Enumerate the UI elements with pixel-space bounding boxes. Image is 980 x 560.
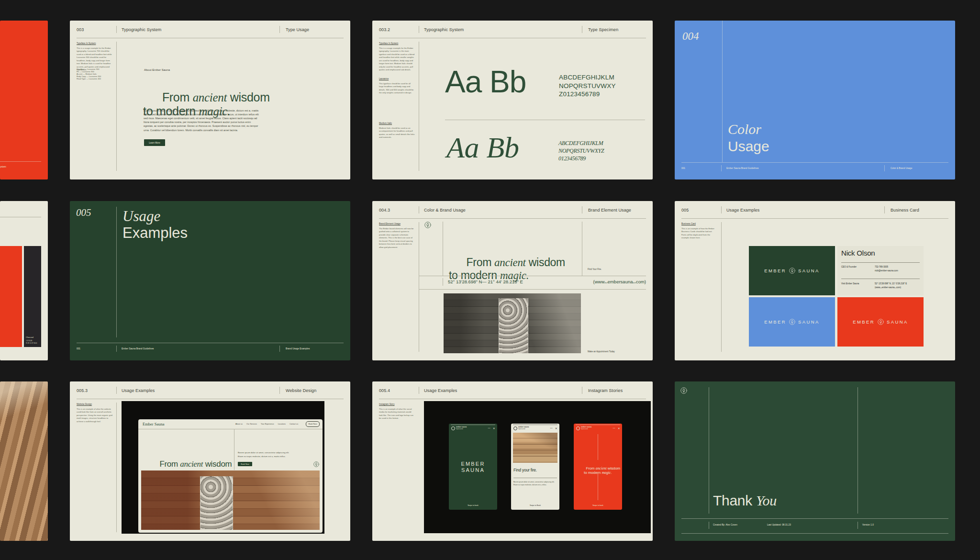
- tagline: Find Your Fire.: [588, 268, 601, 270]
- business-card-front: Nick Olson CEO & Founder 732-789-3005 ni…: [837, 246, 924, 295]
- story-progress-bar: [451, 425, 495, 425]
- slide-005-business-card[interactable]: 005 Usage Examples Business Card Busines…: [675, 201, 955, 360]
- sponsored-label: Sponsored: [518, 428, 529, 430]
- sidebar-note-title: Typeface In System: [379, 42, 415, 45]
- content-divider: [116, 207, 117, 337]
- section-title-italic: Color: [728, 121, 761, 137]
- card-role: CEO & Founder: [841, 266, 857, 268]
- header-rule: [77, 38, 344, 38]
- section-label: Typographic System: [419, 27, 582, 32]
- sidebar-note-body: The Ember brand elements will now be gra…: [379, 227, 413, 248]
- business-card-green: EMBER SAUNA: [749, 246, 835, 295]
- section-title: Usage: [728, 138, 769, 155]
- sidebar-note-title: Website Design: [77, 403, 113, 406]
- brand-logo-lockup: EMBER SAUNA: [749, 246, 835, 295]
- page-label: Brand Element Usage: [582, 208, 646, 213]
- site-nav: About us Our Services Your Experience Lo…: [235, 423, 298, 425]
- more-icon: •••: [550, 427, 553, 429]
- rule: [419, 276, 646, 276]
- content-divider: [116, 42, 117, 171]
- sidebar-note-body: This is a usage example for the Ember ty…: [77, 47, 112, 71]
- story-top-bar: ember saunaSponsored ••• ✕: [576, 426, 620, 430]
- slide-typographic-partial[interactable]: ystem: [0, 21, 48, 179]
- slide-footer: 001 Ember Sauna Brand Guidelines Color &…: [681, 165, 948, 171]
- credit-label: Created By: Alex Coven: [713, 524, 737, 526]
- site-book-now-button: Book Now: [238, 462, 252, 466]
- story-body: Borem ipsum dolor sit amet, consectetur …: [513, 481, 556, 486]
- card-name: Nick Olson: [841, 249, 875, 257]
- slide-005-4-instagram-stories[interactable]: 005.4 Usage Examples Instagram Stories I…: [372, 381, 653, 541]
- slide-header: 005.4 Usage Examples Instagram Stories: [379, 387, 646, 394]
- card-visit-label: Visit Ember Sauna: [841, 282, 859, 285]
- business-card-blue: EMBER SAUNA: [749, 297, 835, 347]
- rule: [419, 289, 646, 290]
- sidebar-note-body: This is an example of how the Ember Busi…: [681, 227, 714, 239]
- header-rule: [77, 399, 344, 399]
- brand-logo-lockup: EMBER SAUNA: [837, 297, 924, 347]
- story-progress-bar: [513, 425, 557, 425]
- slide-003-2-type-specimen[interactable]: 003.2 Typographic System Type Specimen T…: [372, 21, 653, 179]
- footer-page: 001: [681, 167, 721, 169]
- sponsored-label: Sponsored: [456, 428, 467, 430]
- section-label: Usage Examples: [722, 208, 884, 213]
- story-divider: [598, 434, 598, 460]
- sidebar-note-title: Typeface In System: [77, 42, 113, 45]
- more-icon: •••: [613, 427, 615, 429]
- sidebar-note-body: This typeface should be used for all lar…: [379, 82, 413, 94]
- swipe-label: Swipe to book: [574, 504, 622, 506]
- type-spec-list: Headline — Lausanne 300 H1 — Lausanne 30…: [77, 68, 115, 80]
- swatch-rgb: R:39 G:37 B:40: [26, 342, 37, 344]
- card-phone: 732-789-3005: [875, 266, 888, 268]
- slide-wood-photo-partial[interactable]: [0, 381, 48, 541]
- slide-number: 003.2: [379, 27, 419, 32]
- site-book-now-pill: Book Now: [306, 421, 320, 427]
- slide-header: 003 Typographic System Type Usage: [77, 26, 344, 33]
- story-logo-text: EMBER SAUNA: [449, 461, 497, 473]
- thank-you-title: Thank You: [713, 493, 777, 509]
- serif-specimen: Aa Bb: [446, 133, 519, 162]
- avatar: [451, 426, 455, 430]
- content-divider: [709, 387, 709, 514]
- footer-rule: [681, 518, 948, 519]
- business-card-red: EMBER SAUNA: [837, 297, 924, 347]
- site-nav-rule: [138, 429, 323, 429]
- avatar: [513, 426, 517, 430]
- story-progress-bar: [576, 425, 620, 425]
- story-photo: [513, 433, 557, 463]
- story-divider: [598, 473, 598, 500]
- site-hero-divider: [234, 429, 234, 470]
- version-label: Version 1.0: [862, 524, 874, 526]
- slide-004-color-usage[interactable]: 004 Color Usage 001 Ember Sauna Brand Gu…: [675, 21, 955, 179]
- slide-004-3-brand-element-usage[interactable]: 004.3 Color & Brand Usage Brand Element …: [372, 201, 653, 360]
- slide-003-type-usage[interactable]: 003 Typographic System Type Usage Typefa…: [70, 21, 350, 179]
- page-label: Type Specimen: [582, 27, 646, 32]
- stone-column: [499, 298, 528, 353]
- sidebar-note: Brand Element Usage The Ember brand elem…: [379, 222, 415, 249]
- swatch-charcoal: Charcoal #272528 R:39 G:37 B:40: [24, 246, 41, 347]
- card-url: (wwwdotember-saunadotcom): [875, 286, 901, 289]
- website-mockup: Ember Sauna About us Our Services Your E…: [138, 419, 323, 533]
- page-label: Business Card: [885, 208, 948, 213]
- sidebar-note: Lausanne This typeface should be used fo…: [379, 77, 415, 95]
- site-logo: Ember Sauna: [143, 422, 165, 426]
- brand-url: (wwwdotembersaunadotcom): [593, 279, 646, 284]
- sidebar-note-title: Lausanne: [379, 77, 415, 80]
- nav-link: Our Services: [246, 423, 257, 425]
- lantern-logo-icon: [878, 319, 884, 325]
- coords-tick: [443, 278, 443, 286]
- story-cream: ember saunaSponsored ••• ✕ Find your fir…: [511, 424, 559, 510]
- body-copy: Borem ipsum dolor sit amet, consectetur …: [144, 109, 260, 132]
- section-title: Examples: [122, 224, 188, 242]
- slide-color-swatches-partial[interactable]: Charcoal #272528 R:39 G:37 B:40: [0, 201, 48, 360]
- sidebar-note-title: Business Card: [681, 222, 718, 225]
- right-divider: [582, 222, 582, 276]
- sidebar-note: Website Design This is an example of wha…: [77, 403, 113, 423]
- card-coordinates: 52° 13'28.698" N, 21° 0'28.218" E: [875, 282, 907, 285]
- close-icon: ✕: [493, 427, 495, 430]
- slide-005-3-website-design[interactable]: 005.3 Usage Examples Website Design Webs…: [70, 381, 350, 541]
- story-top-bar: ember saunaSponsored ••• ✕: [513, 426, 557, 430]
- slide-005-usage-examples[interactable]: 005 Usage Examples 001 Ember Sauna Brand…: [70, 201, 350, 360]
- footer-right: Color & Brand Usage: [885, 167, 948, 169]
- slide-thank-you[interactable]: Thank You Created By: Alex Coven Last Up…: [675, 381, 955, 541]
- section-label: Usage Examples: [117, 388, 279, 393]
